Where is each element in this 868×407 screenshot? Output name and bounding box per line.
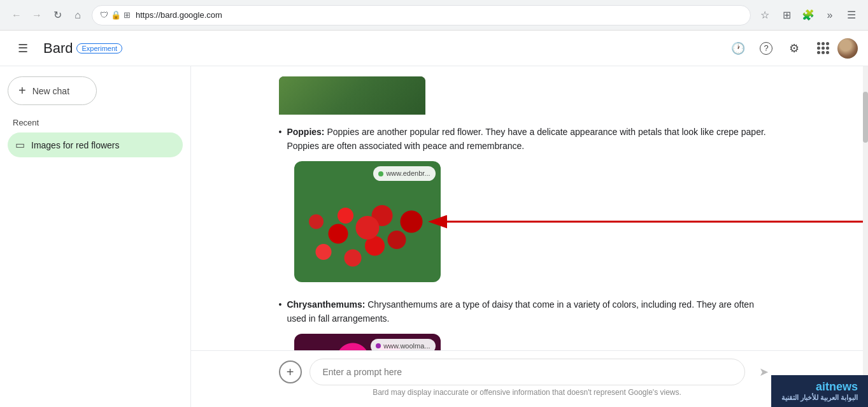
red-arrow-chrysan <box>441 340 864 350</box>
history-button[interactable]: 🕐 <box>725 36 751 61</box>
poppies-title: Poppies: <box>287 127 324 137</box>
hamburger-button[interactable]: ☰ <box>10 36 36 61</box>
nav-buttons: ← → ↻ ⌂ <box>8 6 87 24</box>
address-bar[interactable]: 🛡 🔒 ⊞ https://bard.google.com <box>92 5 751 25</box>
app-header: ☰ Bard Experiment 🕐 ? ⚙ <box>0 31 868 66</box>
aitnews-main-text: aitnews <box>816 380 858 394</box>
app-logo: Bard Experiment <box>43 40 122 57</box>
settings-icon: ⚙ <box>789 41 799 55</box>
bookmark-star-button[interactable]: ☆ <box>756 6 774 24</box>
aitnews-ait: ait <box>816 380 829 393</box>
forward-button[interactable]: → <box>28 6 46 24</box>
chrysan-section: • Chrysanthemums: Chrysanthemums are a t… <box>279 297 776 350</box>
recent-label: Recent <box>8 118 183 127</box>
scrollbar-thumb[interactable] <box>863 92 868 143</box>
body-layout: + New chat Recent ▭ Images for red flowe… <box>0 66 868 407</box>
right-scrollbar[interactable] <box>863 66 868 407</box>
chat-item-images-red-flowers[interactable]: ▭ Images for red flowers <box>8 132 183 157</box>
help-icon: ? <box>760 42 772 55</box>
plus-icon: + <box>287 365 294 380</box>
shield-icon: 🛡 <box>100 10 108 20</box>
chat-messages[interactable]: • Poppies: Poppies are another popular r… <box>191 66 863 350</box>
chrysan-source-badge[interactable]: www.woolma... <box>371 339 435 350</box>
chrysan-image-card: www.woolma... <box>294 334 441 350</box>
aitnews-watermark: aitnews البوابة العربية للأخبار التقنية <box>771 375 868 407</box>
pocket-button[interactable]: ⊞ <box>778 6 795 24</box>
header-right: 🕐 ? ⚙ <box>725 36 858 61</box>
menu-button[interactable]: ☰ <box>843 6 860 24</box>
prompt-inner: + ➤ <box>279 359 776 385</box>
chat-item-label: Images for red flowers <box>31 140 120 150</box>
main-content: • Poppies: Poppies are another popular r… <box>191 66 863 407</box>
aitnews-news: news <box>829 380 858 393</box>
user-avatar[interactable] <box>837 38 858 59</box>
message-content: • Poppies: Poppies are another popular r… <box>279 76 776 350</box>
settings-button[interactable]: ⚙ <box>781 36 807 61</box>
chrysan-title: Chrysanthemums: <box>287 299 365 310</box>
address-icons: 🛡 🔒 ⊞ <box>100 10 131 20</box>
sidebar: + New chat Recent ▭ Images for red flowe… <box>0 66 191 407</box>
chat-item-icon: ▭ <box>15 139 25 151</box>
poppies-source-badge[interactable]: www.edenbr... <box>373 166 435 182</box>
bullet-dot-2: • <box>279 297 282 326</box>
poppies-image-container: www.edenbr... <box>294 161 776 282</box>
bullet-dot: • <box>279 125 282 154</box>
experiment-badge: Experiment <box>76 43 122 54</box>
new-chat-label: New chat <box>32 86 69 96</box>
disclaimer-text: Bard may display inaccurate or offensive… <box>279 385 776 402</box>
poppies-text: • Poppies: Poppies are another popular r… <box>279 125 776 154</box>
apps-button[interactable] <box>809 36 835 61</box>
poppies-image-card: www.edenbr... <box>294 161 441 282</box>
aitnews-sub-text: البوابة العربية للأخبار التقنية <box>781 394 858 402</box>
logo-text: Bard <box>43 40 73 57</box>
prompt-input[interactable] <box>309 359 745 385</box>
home-button[interactable]: ⌂ <box>69 6 87 24</box>
red-arrow <box>441 203 864 241</box>
chrysan-description: Chrysanthemums: Chrysanthemums are a typ… <box>287 297 775 326</box>
browser-chrome: ← → ↻ ⌂ 🛡 🔒 ⊞ https://bard.google.com ☆ … <box>0 0 868 31</box>
tab-icon: ⊞ <box>124 10 131 20</box>
new-chat-button[interactable]: + New chat <box>8 76 97 105</box>
top-partial-image <box>279 76 425 115</box>
source-dot-icon <box>378 171 383 176</box>
chrysan-text: • Chrysanthemums: Chrysanthemums are a t… <box>279 297 776 326</box>
help-button[interactable]: ? <box>753 36 779 61</box>
apps-icon <box>817 42 827 54</box>
lock-icon: 🔒 <box>111 10 121 20</box>
send-icon: ➤ <box>759 365 769 379</box>
poppies-section: • Poppies: Poppies are another popular r… <box>279 125 776 282</box>
browser-right-icons: ☆ ⊞ 🧩 » ☰ <box>756 6 860 24</box>
url-text: https://bard.google.com <box>136 10 743 20</box>
prompt-area: + ➤ Bard may display inaccurate or offen… <box>191 350 863 407</box>
source-dot-chrysan-icon <box>376 343 381 348</box>
more-tools-button[interactable]: » <box>821 6 839 24</box>
prompt-add-button[interactable]: + <box>279 361 302 383</box>
app-container: ☰ Bard Experiment 🕐 ? ⚙ <box>0 31 868 407</box>
extensions-button[interactable]: 🧩 <box>799 6 817 24</box>
new-chat-plus-icon: + <box>18 83 26 98</box>
history-icon: 🕐 <box>731 41 745 55</box>
header-left: ☰ Bard Experiment <box>10 36 122 61</box>
reload-button[interactable]: ↻ <box>48 6 66 24</box>
poppies-description: Poppies: Poppies are another popular red… <box>287 125 775 154</box>
chrysan-image-container: www.woolma... <box>294 334 776 350</box>
chrysan-source-text: www.woolma... <box>383 341 430 350</box>
back-button[interactable]: ← <box>8 6 25 24</box>
poppies-source-text: www.edenbr... <box>386 168 430 180</box>
